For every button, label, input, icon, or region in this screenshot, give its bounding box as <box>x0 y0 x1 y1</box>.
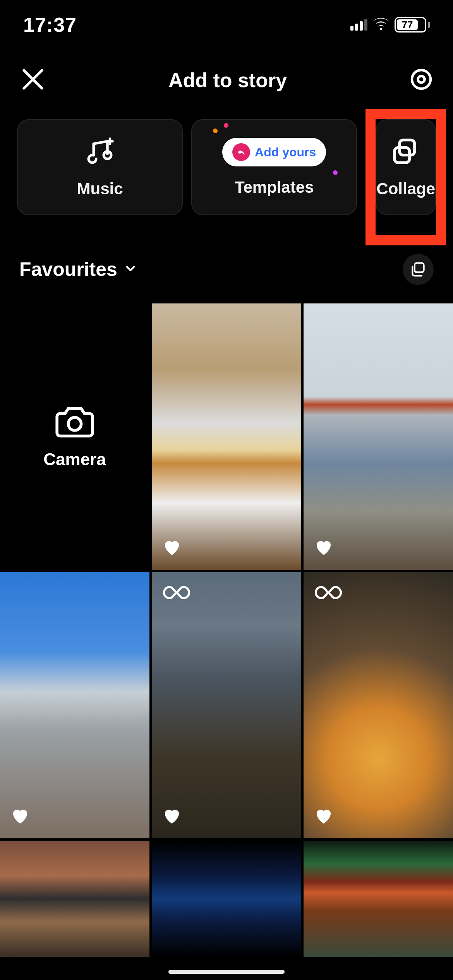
add-yours-pill: Add yours <box>222 138 326 166</box>
music-label: Music <box>77 180 123 198</box>
story-options-row: Music Add yours Templates Collage <box>0 119 453 215</box>
album-selector-row: Favourites <box>0 254 453 285</box>
photo-tile[interactable] <box>152 303 301 570</box>
chevron-down-icon <box>124 262 137 277</box>
camera-icon <box>55 404 94 439</box>
collage-card[interactable]: Collage <box>376 119 436 215</box>
svg-rect-5 <box>415 263 424 272</box>
collage-highlight: Collage <box>365 109 446 245</box>
collage-label: Collage <box>376 180 435 198</box>
boomerang-icon <box>163 583 190 604</box>
templates-card[interactable]: Add yours Templates <box>191 119 357 215</box>
album-label: Favourites <box>19 258 117 281</box>
collage-icon <box>391 136 421 168</box>
camera-tile[interactable]: Camera <box>0 303 149 570</box>
music-icon <box>85 136 115 168</box>
heart-icon <box>163 807 181 826</box>
heart-icon <box>163 539 181 557</box>
status-icons: 77 <box>350 17 430 33</box>
reply-icon <box>232 143 250 161</box>
svg-point-0 <box>412 70 431 89</box>
photo-tile[interactable] <box>304 303 453 570</box>
heart-icon <box>314 539 333 557</box>
close-icon[interactable] <box>19 66 46 94</box>
add-yours-label: Add yours <box>255 145 316 159</box>
media-grid: Camera <box>0 303 453 957</box>
home-indicator[interactable] <box>168 970 285 974</box>
photo-tile[interactable] <box>304 572 453 838</box>
header: Add to story <box>0 46 453 110</box>
templates-label: Templates <box>235 178 314 197</box>
svg-point-6 <box>68 418 81 430</box>
gear-icon[interactable] <box>409 67 434 93</box>
battery-percent: 77 <box>402 19 413 31</box>
heart-icon <box>11 807 29 826</box>
cellular-signal-icon <box>350 19 367 31</box>
svg-point-1 <box>418 76 424 82</box>
page-title: Add to story <box>168 69 287 92</box>
album-dropdown[interactable]: Favourites <box>19 258 137 281</box>
wifi-icon <box>373 18 389 32</box>
status-bar: 17:37 77 <box>0 0 453 46</box>
status-time: 17:37 <box>23 13 77 36</box>
music-card[interactable]: Music <box>17 119 183 215</box>
multi-select-button[interactable] <box>403 254 434 285</box>
photo-tile[interactable] <box>152 841 301 957</box>
photo-tile[interactable] <box>304 841 453 957</box>
heart-icon <box>314 807 333 826</box>
boomerang-icon <box>314 583 342 604</box>
camera-label: Camera <box>43 450 106 469</box>
photo-tile[interactable] <box>0 572 149 838</box>
battery-icon: 77 <box>395 17 430 33</box>
photo-tile[interactable] <box>0 841 149 957</box>
photo-tile[interactable] <box>152 572 301 838</box>
